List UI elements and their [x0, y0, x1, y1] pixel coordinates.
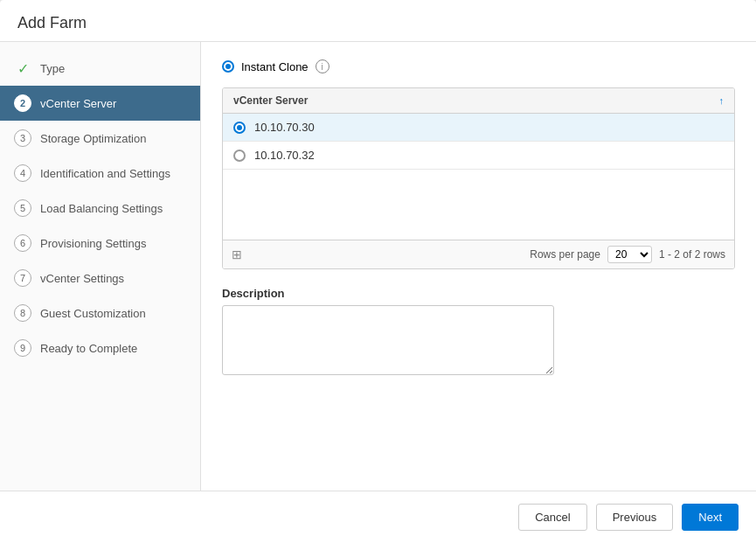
sidebar: ✓ Type 2 vCenter Server 3 Storage Optimi… — [0, 42, 201, 491]
instant-clone-row: Instant Clone i — [222, 59, 735, 73]
main-content: Instant Clone i vCenter Server ↑ 10.10.7… — [201, 42, 756, 491]
step-badge-vcenter-settings: 7 — [14, 269, 31, 287]
next-button[interactable]: Next — [682, 504, 739, 531]
description-section: Description — [222, 287, 735, 378]
table-column-header: vCenter Server — [233, 94, 308, 107]
sidebar-item-guest-customization[interactable]: 8 Guest Customization — [0, 296, 200, 331]
step-badge-ready: 9 — [14, 339, 31, 357]
table-header: vCenter Server ↑ — [223, 88, 734, 114]
step-badge-guest: 8 — [14, 304, 31, 322]
sidebar-item-provisioning[interactable]: 6 Provisioning Settings — [0, 226, 200, 261]
table-spacer — [223, 170, 734, 240]
step-badge-type: ✓ — [14, 59, 31, 77]
step-badge-vcenter: 2 — [14, 94, 31, 112]
table-cell-ip-1: 10.10.70.30 — [254, 121, 315, 134]
table-cell-ip-2: 10.10.70.32 — [254, 149, 315, 162]
previous-button[interactable]: Previous — [596, 504, 674, 531]
dialog-title: Add Farm — [17, 14, 739, 32]
rows-per-page-label: Rows per page — [530, 248, 600, 261]
sidebar-label-guest: Guest Customization — [40, 307, 146, 320]
sidebar-label-type: Type — [40, 62, 65, 75]
table-row[interactable]: 10.10.70.30 — [223, 114, 734, 142]
sidebar-label-storage: Storage Optimization — [40, 132, 146, 145]
sidebar-label-load-balancing: Load Balancing Settings — [40, 202, 163, 215]
sidebar-label-ready: Ready to Complete — [40, 342, 137, 355]
sidebar-item-vcenter-server[interactable]: 2 vCenter Server — [0, 86, 200, 121]
table-settings-icon[interactable]: ⊞ — [232, 247, 242, 261]
sidebar-label-vcenter-settings: vCenter Settings — [40, 272, 124, 285]
table-row[interactable]: 10.10.70.32 — [223, 142, 734, 170]
step-badge-load-balancing: 5 — [14, 199, 31, 217]
sidebar-item-storage[interactable]: 3 Storage Optimization — [0, 121, 200, 156]
cancel-button[interactable]: Cancel — [518, 504, 586, 531]
description-label: Description — [222, 287, 735, 300]
table-row-radio-2[interactable] — [233, 150, 246, 162]
description-textarea[interactable] — [222, 305, 554, 375]
sidebar-label-provisioning: Provisioning Settings — [40, 237, 146, 250]
step-badge-storage: 3 — [14, 129, 31, 147]
dialog-footer: Cancel Previous Next — [0, 491, 756, 543]
sidebar-item-ready[interactable]: 9 Ready to Complete — [0, 331, 200, 365]
table-row-radio-1[interactable] — [233, 122, 246, 134]
rows-per-page-select[interactable]: 20 10 50 100 — [607, 246, 652, 263]
sort-arrow-icon[interactable]: ↑ — [719, 95, 725, 106]
sidebar-label-vcenter: vCenter Server — [40, 97, 116, 110]
info-icon[interactable]: i — [316, 59, 329, 73]
vcenter-server-table: vCenter Server ↑ 10.10.70.30 10.10.70.32… — [222, 87, 735, 269]
table-footer-right: Rows per page 20 10 50 100 1 - 2 of 2 ro… — [530, 246, 725, 263]
sidebar-item-type[interactable]: ✓ Type — [0, 51, 200, 86]
instant-clone-radio[interactable] — [222, 60, 234, 73]
sidebar-item-load-balancing[interactable]: 5 Load Balancing Settings — [0, 191, 200, 226]
step-badge-provisioning: 6 — [14, 234, 31, 252]
instant-clone-label: Instant Clone — [241, 60, 309, 73]
sidebar-label-identification: Identification and Settings — [40, 167, 170, 180]
add-farm-dialog: Add Farm ✓ Type 2 vCenter Server 3 Stora… — [0, 0, 756, 543]
sidebar-item-vcenter-settings[interactable]: 7 vCenter Settings — [0, 261, 200, 296]
table-footer: ⊞ Rows per page 20 10 50 100 1 - 2 of 2 … — [223, 240, 734, 268]
dialog-body: ✓ Type 2 vCenter Server 3 Storage Optimi… — [0, 42, 756, 491]
pagination-text: 1 - 2 of 2 rows — [659, 248, 725, 261]
dialog-header: Add Farm — [0, 0, 756, 42]
step-badge-identification: 4 — [14, 164, 31, 182]
sidebar-item-identification[interactable]: 4 Identification and Settings — [0, 156, 200, 191]
